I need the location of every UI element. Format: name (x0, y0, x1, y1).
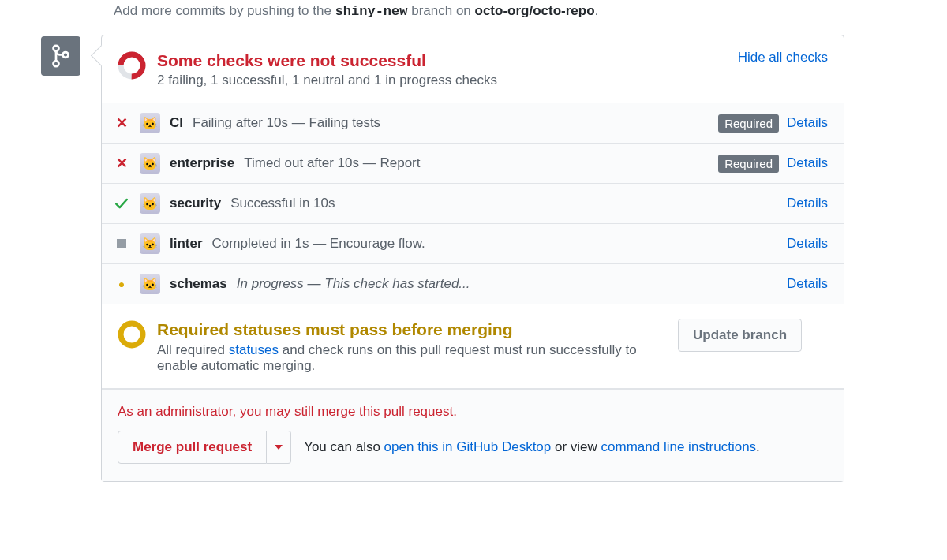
check-name: schemas (170, 276, 227, 292)
check-icon (114, 196, 129, 211)
check-text: schemasIn progress — This check has star… (170, 276, 787, 292)
merge-alt-text: You can also open this in GitHub Desktop… (304, 439, 760, 455)
cli-instructions-link[interactable]: command line instructions (601, 439, 757, 454)
git-merge-icon (51, 44, 71, 68)
check-details-link[interactable]: Details (787, 236, 828, 252)
merge-status-card: Some checks were not successful 2 failin… (101, 35, 844, 482)
square-icon (117, 239, 126, 248)
check-text: linterCompleted in 1s — Encourage flow. (170, 236, 787, 252)
check-message: Completed in 1s — Encourage flow. (212, 236, 425, 252)
check-name: security (170, 196, 221, 211)
open-desktop-link[interactable]: open this in GitHub Desktop (384, 439, 552, 454)
x-icon: ✕ (116, 114, 128, 132)
check-message: Failing after 10s — Failing tests (193, 115, 380, 131)
svg-point-1 (54, 61, 59, 66)
check-name: CI (170, 115, 183, 131)
check-text: securitySuccessful in 10s (170, 196, 787, 211)
check-status-icon (113, 239, 130, 248)
update-branch-button[interactable]: Update branch (678, 319, 802, 352)
caret-down-icon (275, 445, 283, 450)
check-status-icon: ✕ (113, 114, 130, 132)
check-app-avatar: 🐱 (140, 153, 160, 174)
check-app-avatar: 🐱 (140, 274, 160, 294)
check-text: enterpriseTimed out after 10s — Report (170, 155, 718, 171)
toggle-checks-link[interactable]: Hide all checks (738, 50, 828, 65)
merge-button-group: Merge pull request (118, 431, 291, 464)
hint-suffix: . (595, 3, 599, 18)
check-row: ●🐱schemasIn progress — This check has st… (102, 264, 844, 304)
check-name: linter (170, 236, 203, 252)
check-status-icon (113, 196, 130, 211)
required-status-desc: All required statuses and check runs on … (157, 342, 678, 374)
required-badge: Required (718, 114, 779, 133)
check-message: Timed out after 10s — Report (244, 155, 420, 171)
merge-options-dropdown[interactable] (267, 431, 291, 464)
check-app-avatar: 🐱 (140, 113, 160, 133)
check-row: 🐱securitySuccessful in 10sDetails (102, 184, 844, 224)
x-icon: ✕ (116, 155, 128, 172)
checks-summary-title: Some checks were not successful (157, 50, 738, 71)
required-badge: Required (718, 155, 779, 173)
hint-middle: branch on (407, 3, 474, 18)
admin-override-note: As an administrator, you may still merge… (118, 404, 828, 420)
check-row: ✕🐱CIFailing after 10s — Failing testsReq… (102, 103, 844, 144)
dot-icon: ● (118, 278, 125, 290)
check-app-avatar: 🐱 (140, 193, 160, 214)
check-message: In progress — This check has started... (237, 276, 470, 292)
check-details-link[interactable]: Details (787, 196, 828, 211)
status-pending-icon (118, 320, 146, 349)
checks-summary-section: Some checks were not successful 2 failin… (102, 35, 844, 103)
check-details-link[interactable]: Details (787, 276, 828, 292)
merge-pull-request-button[interactable]: Merge pull request (118, 431, 267, 464)
svg-point-0 (54, 46, 59, 51)
hint-prefix: Add more commits by pushing to the (114, 3, 335, 18)
merge-icon-badge (41, 36, 80, 76)
svg-rect-5 (117, 239, 126, 248)
check-details-link[interactable]: Details (787, 155, 828, 171)
statuses-link[interactable]: statuses (229, 342, 279, 357)
check-status-icon: ● (113, 278, 130, 290)
check-row: ✕🐱enterpriseTimed out after 10s — Report… (102, 144, 844, 184)
svg-point-6 (121, 323, 143, 345)
check-message: Successful in 10s (230, 196, 335, 211)
push-hint: Add more commits by pushing to the shiny… (41, 0, 844, 35)
check-details-link[interactable]: Details (787, 115, 828, 131)
check-row: 🐱linterCompleted in 1s — Encourage flow.… (102, 224, 844, 264)
check-text: CIFailing after 10s — Failing tests (170, 115, 718, 131)
hint-repo: octo-org/octo-repo (475, 3, 595, 18)
required-status-title: Required statuses must pass before mergi… (157, 319, 678, 340)
required-status-section: Required statuses must pass before mergi… (102, 304, 844, 388)
svg-point-2 (63, 52, 69, 58)
hint-branch: shiny-new (335, 4, 408, 19)
checks-summary-subtitle: 2 failing, 1 successful, 1 neutral and 1… (157, 73, 738, 88)
status-donut-icon (118, 51, 146, 80)
merge-footer-section: As an administrator, you may still merge… (102, 389, 844, 481)
check-status-icon: ✕ (113, 155, 130, 172)
check-name: enterprise (170, 155, 234, 171)
check-app-avatar: 🐱 (140, 233, 160, 254)
